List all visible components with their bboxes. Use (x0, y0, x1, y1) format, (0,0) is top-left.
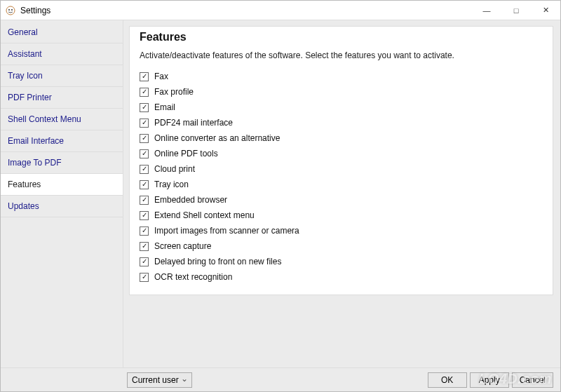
feature-label: Extend Shell context menu (154, 209, 255, 222)
feature-checkbox[interactable]: ✓ (140, 88, 149, 97)
sidebar-item-label: Features (8, 180, 41, 189)
feature-row: ✓Fax profile (140, 84, 543, 100)
feature-checkbox[interactable]: ✓ (140, 72, 149, 81)
feature-row: ✓OCR text recognition (140, 269, 543, 285)
sidebar-item-shell-context-menu[interactable]: Shell Context Menu (1, 109, 123, 130)
scope-select-value: Current user (132, 375, 179, 385)
scope-select[interactable]: Current user (127, 372, 192, 388)
svg-point-2 (11, 9, 13, 11)
sidebar-item-updates[interactable]: Updates (1, 196, 123, 217)
feature-row: ✓Extend Shell context menu (140, 208, 543, 223)
cancel-button[interactable]: Cancel (512, 372, 553, 388)
sidebar-item-label: PDF Printer (8, 93, 52, 102)
sidebar-item-label: Email Interface (8, 136, 64, 146)
feature-row: ✓Email (140, 100, 543, 115)
titlebar: Settings — □ ✕ (1, 1, 560, 20)
sidebar-item-email-interface[interactable]: Email Interface (1, 130, 123, 152)
footer-buttons: OK Apply Cancel (428, 372, 553, 388)
content-area: GeneralAssistantTray IconPDF PrinterShel… (1, 20, 560, 367)
close-button[interactable]: ✕ (531, 1, 560, 20)
feature-row: ✓PDF24 mail interface (140, 115, 543, 130)
sidebar-item-label: Tray Icon (8, 71, 43, 81)
main-panel: Features Activate/deactivate features of… (123, 20, 560, 367)
svg-point-1 (8, 9, 10, 11)
feature-label: Cloud print (154, 163, 195, 175)
panel-description: Activate/deactivate features of the soft… (140, 50, 543, 60)
feature-label: Fax (154, 70, 168, 83)
feature-label: Embedded browser (154, 194, 227, 206)
feature-row: ✓Delayed bring to front on new files (140, 254, 543, 269)
panel-heading: Features (140, 31, 543, 43)
feature-row: ✓Online PDF tools (140, 146, 543, 161)
feature-checkbox[interactable]: ✓ (140, 227, 149, 236)
apply-button[interactable]: Apply (470, 372, 509, 388)
sidebar: GeneralAssistantTray IconPDF PrinterShel… (1, 20, 123, 367)
feature-label: Screen capture (154, 240, 211, 252)
feature-row: ✓Screen capture (140, 238, 543, 254)
feature-row: ✓Fax (140, 69, 543, 84)
sidebar-item-label: General (8, 27, 38, 37)
feature-row: ✓Online converter as an alternative (140, 130, 543, 146)
features-panel: Features Activate/deactivate features of… (129, 26, 553, 295)
feature-row: ✓Embedded browser (140, 192, 543, 208)
feature-label: Fax profile (154, 86, 194, 98)
sidebar-item-label: Assistant (8, 49, 42, 59)
window-title: Settings (20, 6, 50, 15)
footer: Current user OK Apply Cancel (1, 367, 560, 391)
app-icon (5, 5, 16, 16)
sidebar-item-features[interactable]: Features (1, 174, 123, 196)
feature-label: PDF24 mail interface (154, 116, 233, 129)
feature-checkbox[interactable]: ✓ (140, 119, 149, 128)
feature-label: Online PDF tools (154, 147, 218, 160)
feature-label: Email (154, 101, 175, 114)
sidebar-item-pdf-printer[interactable]: PDF Printer (1, 87, 123, 109)
feature-label: Import images from scanner or camera (154, 224, 299, 237)
window-controls: — □ ✕ (472, 1, 560, 20)
feature-checkbox[interactable]: ✓ (140, 180, 149, 189)
feature-row: ✓Tray icon (140, 177, 543, 192)
svg-point-0 (6, 6, 15, 15)
ok-button[interactable]: OK (428, 372, 467, 388)
feature-row: ✓Cloud print (140, 161, 543, 177)
sidebar-item-label: Shell Context Menu (8, 114, 81, 124)
feature-label: OCR text recognition (154, 271, 232, 283)
feature-checkbox[interactable]: ✓ (140, 196, 149, 205)
feature-row: ✓Import images from scanner or camera (140, 223, 543, 238)
feature-label: Delayed bring to front on new files (154, 255, 281, 268)
sidebar-item-label: Updates (8, 201, 39, 211)
feature-label: Online converter as an alternative (154, 132, 280, 144)
feature-checkbox[interactable]: ✓ (140, 149, 149, 158)
sidebar-item-assistant[interactable]: Assistant (1, 43, 123, 65)
feature-checkbox[interactable]: ✓ (140, 134, 149, 143)
feature-label: Tray icon (154, 178, 189, 191)
feature-checkbox[interactable]: ✓ (140, 242, 149, 251)
feature-list: ✓Fax✓Fax profile✓Email✓PDF24 mail interf… (140, 69, 543, 285)
feature-checkbox[interactable]: ✓ (140, 211, 149, 220)
sidebar-item-tray-icon[interactable]: Tray Icon (1, 65, 123, 87)
feature-checkbox[interactable]: ✓ (140, 257, 149, 266)
sidebar-item-image-to-pdf[interactable]: Image To PDF (1, 152, 123, 174)
sidebar-item-label: Image To PDF (8, 158, 61, 168)
feature-checkbox[interactable]: ✓ (140, 165, 149, 174)
feature-checkbox[interactable]: ✓ (140, 103, 149, 112)
maximize-button[interactable]: □ (501, 1, 531, 20)
sidebar-item-general[interactable]: General (1, 22, 123, 43)
feature-checkbox[interactable]: ✓ (140, 273, 149, 282)
minimize-button[interactable]: — (472, 1, 501, 20)
